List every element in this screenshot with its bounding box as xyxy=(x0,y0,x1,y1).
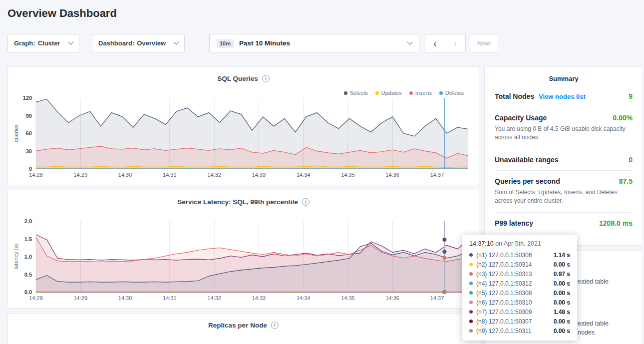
svg-text:14:36: 14:36 xyxy=(385,172,399,178)
svg-text:14:32: 14:32 xyxy=(207,172,221,178)
tooltip-node-value: 0.00 s xyxy=(554,328,570,335)
tooltip-node-address: (n6) 127.0.0.1:50310 xyxy=(476,299,532,306)
summary-title: Summary xyxy=(485,67,643,86)
graph-dropdown-value: Cluster xyxy=(38,39,60,47)
capacity-usage-subtext: You are using 0 B of 4.5 GiB usable disk… xyxy=(495,125,633,142)
tooltip-header: 14:37:10 on Apr 5th, 2021 xyxy=(469,240,570,247)
node-color-dot-icon xyxy=(469,253,473,257)
tooltip-node-value: 1.48 s xyxy=(554,309,570,316)
dashboard-dropdown-text: Dashboard: Overview xyxy=(98,39,166,47)
graph-dropdown[interactable]: Graph: Cluster xyxy=(7,34,79,52)
svg-text:queries: queries xyxy=(13,124,19,142)
service-latency-chart[interactable]: 14:2814:2914:3014:3114:3214:3314:3414:35… xyxy=(12,218,475,304)
svg-text:14:34: 14:34 xyxy=(297,295,311,301)
unavailable-ranges-value: 0 xyxy=(629,156,633,164)
replicas-title: Replicas per Node xyxy=(208,322,267,329)
info-icon[interactable]: i xyxy=(302,198,310,206)
svg-text:14:31: 14:31 xyxy=(163,295,177,301)
tooltip-node-value: 0.00 s xyxy=(554,261,570,268)
node-color-dot-icon xyxy=(469,263,473,266)
event-item-fragment: eated table xyxy=(578,278,609,285)
svg-text:120: 120 xyxy=(23,95,32,101)
sql-queries-title-row: SQL Queries i xyxy=(8,75,479,82)
graph-dropdown-label: Graph: xyxy=(14,39,35,47)
svg-text:60: 60 xyxy=(26,130,32,136)
svg-text:0: 0 xyxy=(29,166,32,172)
svg-text:14:35: 14:35 xyxy=(341,172,355,178)
legend-dot-icon xyxy=(439,91,443,95)
time-nav-group: ‹ › xyxy=(425,34,466,52)
tooltip-node-row: (n3) 127.0.0.1:503130.97 s xyxy=(469,269,570,279)
service-latency-title: Service Latency: SQL, 99th percentile xyxy=(177,198,298,206)
svg-text:14:35: 14:35 xyxy=(341,295,355,301)
svg-text:30: 30 xyxy=(26,148,32,154)
tooltip-node-address: (n9) 127.0.0.1:50311 xyxy=(476,328,532,335)
chevron-down-icon xyxy=(407,39,412,44)
legend-dot-icon xyxy=(344,91,347,95)
svg-text:1.0: 1.0 xyxy=(24,254,32,260)
tooltip-node-address: (n5) 127.0.0.1:50308 xyxy=(476,290,532,297)
svg-text:14:32: 14:32 xyxy=(207,295,221,301)
qps-label: Queries per second xyxy=(495,177,560,185)
time-prev-button[interactable]: ‹ xyxy=(425,34,445,52)
tooltip-rows: (n1) 127.0.0.1:503061.14 s(n2) 127.0.0.1… xyxy=(469,250,570,336)
capacity-usage-value: 0.00% xyxy=(613,114,633,122)
summary-row-unavailable-ranges: Unavailable ranges 0 xyxy=(495,149,633,171)
service-latency-card: Service Latency: SQL, 99th percentile i … xyxy=(7,190,479,309)
svg-text:14:37: 14:37 xyxy=(430,172,444,178)
tooltip-node-row: (n5) 127.0.0.1:503080.00 s xyxy=(469,288,570,298)
tooltip-node-address: (n2) 127.0.0.1:50314 xyxy=(476,261,532,268)
summary-panel: Summary Total Nodes View nodes list 9 Ca… xyxy=(484,66,643,246)
tooltip-node-address: (n3) 127.0.0.1:50313 xyxy=(476,271,532,278)
total-nodes-value: 9 xyxy=(629,92,633,100)
tooltip-node-row: (n8) 127.0.0.1:503070.00 s xyxy=(469,317,570,326)
svg-text:2.0: 2.0 xyxy=(24,218,32,224)
tooltip-node-address: (n1) 127.0.0.1:50306 xyxy=(476,252,532,259)
dashboard-dropdown-value: Overview xyxy=(137,39,166,47)
time-next-button[interactable]: › xyxy=(445,34,465,52)
info-icon[interactable]: i xyxy=(271,322,279,329)
svg-text:14:31: 14:31 xyxy=(163,172,177,178)
svg-text:14:37: 14:37 xyxy=(430,295,444,301)
svg-text:14:28: 14:28 xyxy=(29,295,43,301)
dashboard-dropdown-label: Dashboard: xyxy=(98,39,134,47)
capacity-usage-label: Capacity Usage xyxy=(495,114,547,122)
chevron-down-icon xyxy=(173,39,179,44)
tooltip-node-value: 0.00 s xyxy=(554,299,570,306)
event-item-fragment: nodes xyxy=(578,329,595,336)
svg-text:1.5: 1.5 xyxy=(24,236,32,242)
tooltip-time: 14:37:10 xyxy=(469,240,494,247)
tooltip-node-address: (n7) 127.0.0.1:50309 xyxy=(476,309,532,316)
sql-queries-card: SQL Queries i SelectsUpdatesInsertsDelet… xyxy=(7,66,479,185)
svg-text:14:29: 14:29 xyxy=(74,295,88,301)
node-color-dot-icon xyxy=(469,310,473,314)
dashboard-dropdown[interactable]: Dashboard: Overview xyxy=(92,34,185,52)
node-color-dot-icon xyxy=(469,320,473,323)
legend-dot-icon xyxy=(409,91,413,95)
svg-text:14:29: 14:29 xyxy=(74,172,88,178)
tooltip-node-row: (n4) 127.0.0.1:503120.00 s xyxy=(469,279,570,288)
svg-text:14:28: 14:28 xyxy=(29,172,43,178)
unavailable-ranges-label: Unavailable ranges xyxy=(495,156,559,164)
sql-queries-chart[interactable]: 14:2814:2914:3014:3114:3214:3314:3414:35… xyxy=(12,95,475,181)
info-icon[interactable]: i xyxy=(262,75,270,82)
chart-hover-tooltip: 14:37:10 on Apr 5th, 2021 (n1) 127.0.0.1… xyxy=(462,235,577,341)
node-color-dot-icon xyxy=(469,272,473,276)
summary-row-total-nodes: Total Nodes View nodes list 9 xyxy=(495,86,633,107)
svg-text:90: 90 xyxy=(26,113,32,119)
qps-value: 87.5 xyxy=(619,177,633,185)
tooltip-node-value: 0.00 s xyxy=(554,280,570,287)
qps-subtext: Sum of Selects, Updates, Inserts, and De… xyxy=(495,188,633,206)
time-range-selector[interactable]: 10m Past 10 Minutes xyxy=(209,34,419,52)
time-range-badge: 10m xyxy=(217,39,234,48)
replicas-title-row: Replicas per Node i xyxy=(8,322,479,329)
view-nodes-list-link[interactable]: View nodes list xyxy=(539,93,586,100)
summary-row-p99: P99 latency 1208.0 ms xyxy=(495,213,633,234)
node-color-dot-icon xyxy=(469,301,473,304)
now-button[interactable]: Now xyxy=(470,34,498,52)
node-color-dot-icon xyxy=(469,282,473,285)
tooltip-node-address: (n4) 127.0.0.1:50312 xyxy=(476,280,532,287)
replicas-per-node-card: Replicas per Node i xyxy=(7,313,479,344)
tooltip-node-row: (n7) 127.0.0.1:503091.48 s xyxy=(469,307,570,317)
chevron-down-icon xyxy=(68,39,73,44)
